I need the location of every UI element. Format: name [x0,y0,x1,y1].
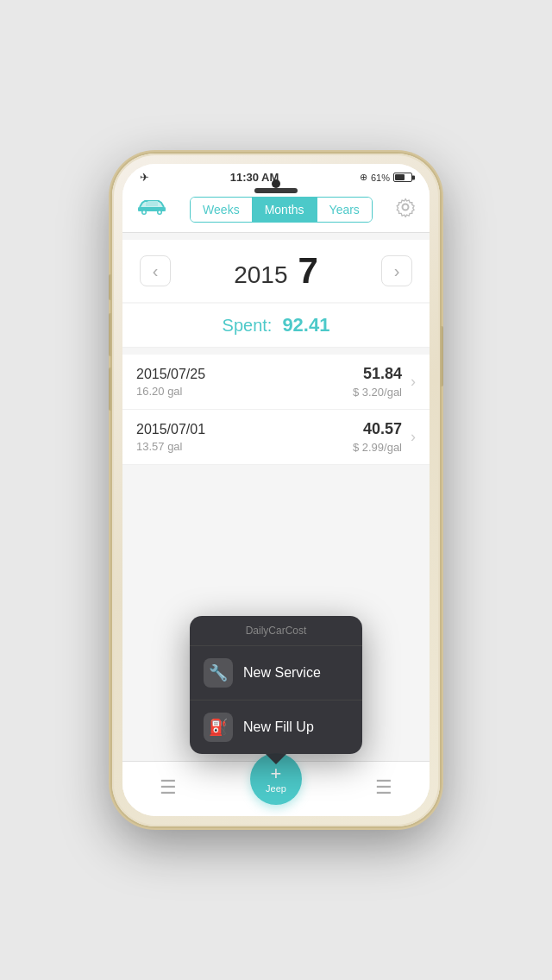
battery-fill [395,174,405,180]
list-left-icon: ☰ [160,776,177,799]
camera [272,179,280,188]
volume-up-button [109,313,112,356]
record-amount-1: 40.57 [363,420,402,438]
tab-years[interactable]: Years [317,198,372,222]
svg-point-4 [159,211,161,214]
bottom-tab-right[interactable]: ☰ [375,776,392,799]
next-arrow[interactable]: › [381,255,412,286]
popup-new-service[interactable]: 🔧 New Service [190,646,362,700]
airplane-icon: ✈ [140,171,149,184]
new-service-icon: 🔧 [204,658,233,688]
popup-new-fillup[interactable]: ⛽ New Fill Up [190,700,362,754]
year-display: 2015 [234,261,287,289]
tab-months[interactable]: Months [253,198,317,222]
power-button [440,326,443,386]
battery-body [393,173,412,182]
record-item[interactable]: 2015/07/01 13.57 gal 40.57 $ 2.99/gal › [122,410,430,465]
prev-arrow[interactable]: ‹ [140,255,171,286]
record-price-0: $ 3.20/gal [353,386,402,399]
car-icon [136,196,167,223]
record-gallons-0: 16.20 gal [136,385,205,398]
records-list: 2015/07/25 16.20 gal 51.84 $ 3.20/gal › [122,355,430,465]
battery-percent: 61% [371,173,390,183]
location-icon: ⊕ [360,172,367,183]
volume-mute-button [109,274,112,300]
phone-frame-outer: ✈ 11:30 AM ⊕ 61% [0,0,552,980]
gear-icon[interactable] [395,197,416,223]
status-right: ⊕ 61% [360,172,412,183]
status-left: ✈ [140,171,149,184]
record-date-0: 2015/07/25 [136,367,205,382]
record-chevron-1: › [411,428,416,446]
list-right-icon: ☰ [375,776,392,799]
tab-group: Weeks Months Years [190,197,373,223]
month-display: 7 [298,250,317,292]
new-fillup-icon: ⛽ [204,713,233,742]
svg-point-5 [402,204,408,210]
record-chevron-0: › [411,373,416,391]
new-fillup-label: New Fill Up [243,719,314,735]
bottom-bar: ☰ + Jeep ☰ [122,761,430,816]
record-price-1: $ 2.99/gal [353,441,402,454]
popup-overlay: DailyCarCost 🔧 New Service ⛽ New Fill Up [190,616,362,764]
new-service-label: New Service [243,665,321,681]
spent-amount: 92.41 [282,314,329,336]
record-date-1: 2015/07/01 [136,422,205,437]
tab-weeks[interactable]: Weeks [191,198,253,222]
fab-plus-icon: + [271,764,282,783]
record-item[interactable]: 2015/07/25 16.20 gal 51.84 $ 3.20/gal › [122,355,430,410]
phone-frame: ✈ 11:30 AM ⊕ 61% [112,154,440,826]
left-chevron-icon: ‹ [153,261,159,281]
date-display: 2015 7 [234,250,318,292]
app-content: Weeks Months Years [122,187,430,812]
popup-arrow [266,754,286,764]
popup-title: DailyCarCost [190,616,362,646]
speaker [254,188,298,193]
record-right-0: 51.84 $ 3.20/gal [353,365,402,399]
volume-down-button [109,368,112,411]
svg-point-3 [143,211,146,214]
popup-menu: DailyCarCost 🔧 New Service ⛽ New Fill Up [190,616,362,754]
bottom-tab-left[interactable]: ☰ [160,776,177,799]
battery-icon [393,173,412,182]
navigation-row: ‹ 2015 7 › [122,240,430,302]
record-left-0: 2015/07/25 16.20 gal [136,367,205,398]
fab-label: Jeep [266,783,286,794]
right-chevron-icon: › [394,261,400,281]
record-right-1: 40.57 $ 2.99/gal [353,420,402,454]
record-amount-0: 51.84 [363,365,402,383]
spent-row: Spent: 92.41 [122,304,430,348]
record-gallons-1: 13.57 gal [136,440,205,453]
spent-label: Spent: [223,316,273,336]
record-left-1: 2015/07/01 13.57 gal [136,422,205,453]
app-header: Weeks Months Years [122,187,430,233]
phone-screen: ✈ 11:30 AM ⊕ 61% [122,164,430,816]
